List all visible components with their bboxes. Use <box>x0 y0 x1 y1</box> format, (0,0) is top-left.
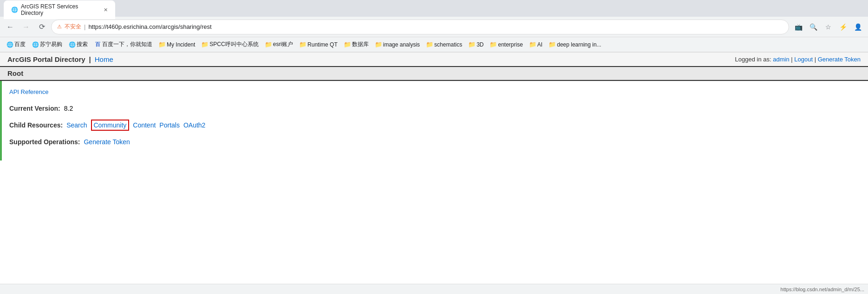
bookmark-schematics[interactable]: 📁 schematics <box>424 40 465 49</box>
bookmark-my-incident[interactable]: 📁 My Incident <box>156 40 198 49</box>
tab-close-icon[interactable]: ✕ <box>104 7 108 13</box>
auth-sep2: | <box>815 56 818 63</box>
bookmark-deep-learning[interactable]: 📁 deep learning in... <box>546 40 604 49</box>
current-version-section: Current Version: 8.2 <box>9 105 861 112</box>
tab-title: ArcGIS REST Services Directory <box>21 3 97 16</box>
profile-button[interactable]: 👤 <box>851 20 864 33</box>
bookmark-database[interactable]: 📁 数据库 <box>341 39 372 50</box>
child-resources-label: Child Resources: <box>9 121 63 129</box>
bookmark-label: 3D <box>476 41 483 48</box>
bookmark-logo-icon: 百 <box>94 41 101 48</box>
root-title: Root <box>7 69 861 77</box>
bookmark-image-analysis[interactable]: 📁 image analysis <box>372 40 423 49</box>
forward-button[interactable]: → <box>20 20 33 33</box>
bookmark-label: esri账户 <box>273 40 293 48</box>
bookmark-label: Runtime QT <box>307 41 338 48</box>
status-bar: https://blog.csdn.net/admin_d/m/25... <box>0 284 868 285</box>
oauth2-link[interactable]: OAuth2 <box>183 121 205 129</box>
bookmark-folder-icon: 📁 <box>159 41 165 48</box>
arcgis-title: ArcGIS Portal Directory | Home <box>7 55 113 63</box>
bookmark-esri[interactable]: 📁 esri账户 <box>262 39 296 50</box>
bookmark-folder-icon: 📁 <box>300 41 306 48</box>
bookmarks-bar: 🌐 百度 🌐 苏宁易购 🌐 搜索 百 百度一下，你就知道 📁 My Incide… <box>0 37 868 52</box>
bookmark-label: enterprise <box>498 41 522 48</box>
supported-operations-label: Supported Operations: <box>9 138 80 146</box>
bookmark-folder-icon: 📁 <box>375 41 382 48</box>
bookmark-label: image analysis <box>383 41 420 48</box>
bookmark-label: My Incident <box>167 41 195 48</box>
extension-button[interactable]: ⚡ <box>836 20 849 33</box>
tab-bar: 🌐 ArcGIS REST Services Directory ✕ <box>0 0 868 17</box>
content-area: API Reference Current Version: 8.2 Child… <box>0 81 868 160</box>
security-warning-icon: ⚠ <box>57 24 62 30</box>
child-resources-section: Child Resources: Search Community Conten… <box>9 120 861 131</box>
content-link[interactable]: Content <box>133 121 156 129</box>
arcgis-header: ArcGIS Portal Directory | Home Logged in… <box>0 53 868 67</box>
bookmark-folder-icon: 📁 <box>426 41 433 48</box>
back-button[interactable]: ← <box>4 20 17 33</box>
bookmark-globe-icon: 🌐 <box>7 41 13 48</box>
bookmark-label: schematics <box>434 41 462 48</box>
root-section: Root <box>0 67 868 80</box>
supported-operations-links: Generate Token <box>84 138 130 146</box>
bookmark-ai[interactable]: 📁 AI <box>527 40 545 49</box>
current-version-label: Current Version: <box>9 105 60 112</box>
admin-link[interactable]: admin <box>773 56 789 63</box>
bookmark-baidu[interactable]: 🌐 百度 <box>4 39 28 50</box>
page-content: ArcGIS Portal Directory | Home Logged in… <box>0 53 868 285</box>
portal-directory-label: ArcGIS Portal Directory <box>7 55 85 63</box>
bookmark-suning[interactable]: 🌐 苏宁易购 <box>29 39 65 50</box>
api-reference-link[interactable]: API Reference <box>9 88 49 95</box>
child-resources-links: Search Community Content Portals OAuth2 <box>66 120 205 131</box>
search-link[interactable]: Search <box>66 121 87 129</box>
logged-in-label: Logged in as: <box>735 56 771 63</box>
bookmark-enterprise[interactable]: 📁 enterprise <box>487 40 525 49</box>
generate-token-header-link[interactable]: Generate Token <box>818 56 861 63</box>
cast-button[interactable]: 📺 <box>792 20 805 33</box>
secure-label: 不安全 <box>65 23 81 31</box>
tab-icon: 🌐 <box>11 7 18 13</box>
bookmark-globe-icon: 🌐 <box>32 41 39 48</box>
supported-operations-section: Supported Operations: Generate Token <box>9 138 861 146</box>
logout-link[interactable]: Logout <box>794 56 813 63</box>
bookmark-spcc[interactable]: 📁 SPCC呼叫中心系统 <box>199 39 261 50</box>
nav-bar: ← → ⟳ ⚠ 不安全 | https://t460p.esrichina.co… <box>0 17 868 37</box>
url-display: https://t460p.esrichina.com/arcgis/shari… <box>88 23 783 30</box>
zoom-button[interactable]: 🔍 <box>807 20 820 33</box>
bookmark-button[interactable]: ☆ <box>822 20 835 33</box>
portals-link[interactable]: Portals <box>159 121 180 129</box>
separator: | <box>84 23 85 30</box>
bookmark-label: AI <box>537 41 542 48</box>
bookmark-folder-icon: 📁 <box>202 41 208 48</box>
bookmark-label: 搜索 <box>77 40 88 48</box>
browser-chrome: 🌐 ArcGIS REST Services Directory ✕ ← → ⟳… <box>0 0 868 53</box>
community-link[interactable]: Community <box>91 120 130 131</box>
green-indicator-bar <box>0 81 2 160</box>
api-reference-section: API Reference <box>9 88 861 95</box>
bookmark-baidu-search[interactable]: 百 百度一下，你就知道 <box>91 39 155 50</box>
bookmark-folder-icon: 📁 <box>344 41 351 48</box>
address-bar[interactable]: ⚠ 不安全 | https://t460p.esrichina.com/arcg… <box>51 20 789 34</box>
bookmark-folder-icon: 📁 <box>529 41 536 48</box>
bookmark-folder-icon: 📁 <box>549 41 555 48</box>
bookmark-label: SPCC呼叫中心系统 <box>209 40 258 48</box>
bookmark-label: 数据库 <box>352 40 369 48</box>
bookmark-search[interactable]: 🌐 搜索 <box>66 39 91 50</box>
bookmark-label: 百度一下，你就知道 <box>102 40 152 48</box>
header-separator: | <box>89 55 91 63</box>
nav-actions: 📺 🔍 ☆ ⚡ 👤 <box>792 20 864 33</box>
arcgis-auth: Logged in as: admin | Logout | Generate … <box>735 56 861 63</box>
home-link[interactable]: Home <box>95 55 113 63</box>
bookmark-folder-icon: 📁 <box>469 41 475 48</box>
bookmark-folder-icon: 📁 <box>490 41 496 48</box>
bookmark-runtime-qt[interactable]: 📁 Runtime QT <box>297 40 340 49</box>
reload-button[interactable]: ⟳ <box>35 20 48 33</box>
active-tab[interactable]: 🌐 ArcGIS REST Services Directory ✕ <box>4 0 115 19</box>
bookmark-3d[interactable]: 📁 3D <box>466 40 486 49</box>
bookmark-globe-icon: 🌐 <box>69 41 75 48</box>
bookmark-label: deep learning in... <box>557 41 601 48</box>
generate-token-link[interactable]: Generate Token <box>84 138 130 146</box>
bookmark-label: 百度 <box>14 40 26 48</box>
current-version-value: 8.2 <box>64 105 73 112</box>
bookmark-label: 苏宁易购 <box>40 40 62 48</box>
